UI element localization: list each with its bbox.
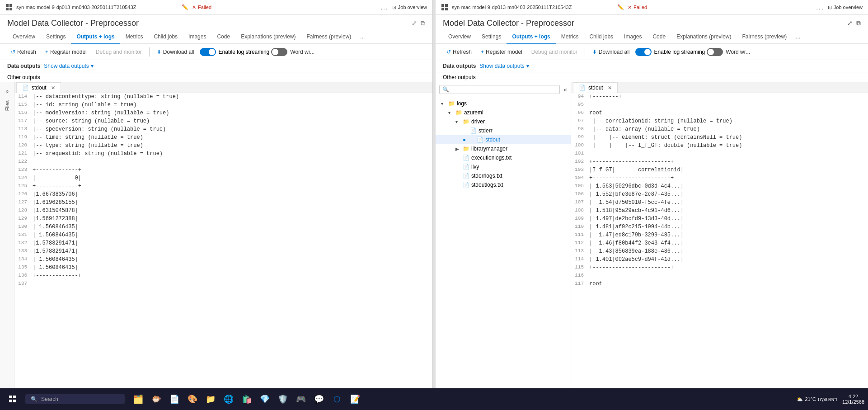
taskbar-app-notes[interactable]: 📝 [347,391,363,407]
left-tab-settings[interactable]: Settings [41,30,71,44]
right-download-label: Download all [599,49,630,55]
left-dots-menu[interactable]: ... [380,4,389,11]
right-dots-menu[interactable]: ... [816,4,824,11]
left-show-data-label: Show data outputs [44,63,89,69]
left-download-btn[interactable]: ⬇ Download all [153,47,198,57]
taskbar-app-folder[interactable]: 📁 [202,391,219,407]
table-row: 104+------------------------+ [571,174,868,183]
right-download-btn[interactable]: ⬇ Download all [589,47,633,57]
line-number: 96 [571,109,589,118]
list-item[interactable]: ▾📁driver [436,117,571,126]
taskbar-search[interactable]: 🔍 Search [25,394,125,404]
right-search-input[interactable] [449,87,557,92]
list-item[interactable]: ▾📁logs [436,99,571,108]
taskbar-app-browser[interactable]: 📄 [166,391,183,407]
right-tab-explanations[interactable]: Explanations (preview) [671,30,737,44]
left-log-streaming-toggle[interactable] [200,48,216,56]
list-item[interactable]: ▶📁librarymanager [436,144,571,153]
list-item[interactable]: 📄stderrlogs.txt [436,171,571,180]
right-expand-icon[interactable]: ⤢ [847,19,853,27]
left-debug-btn[interactable]: Debug and monitor [92,47,145,57]
left-register-model-btn[interactable]: + Register model [42,47,90,57]
left-file-tab-close[interactable]: ✕ [51,85,55,91]
line-number: 123 [14,166,33,174]
left-tab-images[interactable]: Images [183,30,211,44]
taskbar-app-edge[interactable]: 🌐 [221,391,237,407]
taskbar-app-color[interactable]: 🎨 [184,391,201,407]
left-tab-outputs-logs[interactable]: Outputs + logs [71,30,120,44]
left-tab-explanations[interactable]: Explanations (preview) [235,30,301,44]
left-tab-overview[interactable]: Overview [7,30,41,44]
right-collapse-btn[interactable]: « [563,86,567,93]
right-file-tab-close[interactable]: ✕ [608,85,612,91]
left-expand-icon[interactable]: ⤢ [412,19,417,27]
right-edit-icon[interactable]: ✏️ [617,4,624,10]
taskbar-files-icon: 🗂️ [133,394,143,404]
right-log-streaming-toggle[interactable] [635,48,652,56]
left-show-data-btn[interactable]: Show data outputs ▾ [44,63,93,69]
line-number: 114 [14,93,33,101]
taskbar-app-files[interactable]: 🗂️ [130,391,146,407]
left-tab-metrics[interactable]: Metrics [120,30,149,44]
taskbar-app-vscode[interactable]: ⬡ [329,391,345,407]
left-tab-child-jobs[interactable]: Child jobs [148,30,183,44]
taskbar-time: 4:22 [842,394,864,399]
start-button[interactable] [4,390,22,408]
left-word-wrap-toggle[interactable] [271,48,287,56]
line-content: +------------------------+ [589,264,868,272]
list-item[interactable]: 📄executionlogs.txt [436,153,571,162]
tree-item-label: azureml [464,109,483,116]
taskbar-app-social[interactable]: 💬 [311,391,327,407]
right-tab-more[interactable]: ... [792,30,804,43]
file-icon: 📄 [463,155,469,161]
line-content: |-- datacontenttype: string (nullable = … [33,93,432,101]
taskbar-app-steam[interactable]: 🎮 [293,391,309,407]
left-refresh-btn[interactable]: ↺ Refresh [7,47,40,57]
svg-rect-6 [441,8,444,10]
right-tab-metrics[interactable]: Metrics [556,30,584,44]
left-tab-more[interactable]: ... [357,30,368,43]
right-tab-images[interactable]: Images [619,30,647,44]
left-edit-icon[interactable]: ✏️ [182,4,188,10]
right-code-viewer[interactable]: 94+--------+9596root97 |-- correlationid… [571,93,868,388]
list-item[interactable]: 📄stderr [436,126,571,135]
list-item[interactable]: ●📄stdout [436,135,571,144]
left-window-icon[interactable]: ⧉ [421,19,425,27]
left-stdout-tab[interactable]: 📄 stdout ✕ [16,82,61,93]
right-tab-child-jobs[interactable]: Child jobs [584,30,619,44]
right-refresh-btn[interactable]: ↺ Refresh [443,47,475,57]
left-download-icon: ⬇ [157,49,161,55]
left-job-overview-btn[interactable]: ⊡ Job overview [392,5,427,10]
list-item[interactable]: 📄stdoutlogs.txt [436,180,571,189]
right-tab-code[interactable]: Code [647,30,671,44]
right-stdout-tab[interactable]: 📄 stdout ✕ [573,82,618,93]
left-files-label[interactable]: Files [5,100,10,111]
line-number: 132 [14,240,33,248]
left-download-label: Download all [163,49,194,55]
right-tab-settings[interactable]: Settings [476,30,507,44]
taskbar-app-fish[interactable]: 🐡 [148,391,164,407]
table-row: 110| 1.481|af92c215-1994-44b...| [571,223,868,231]
left-tab-fairness[interactable]: Fairness (preview) [301,30,357,44]
taskbar-app-gem[interactable]: 💎 [257,391,273,407]
right-tab-fairness[interactable]: Fairness (preview) [737,30,793,44]
taskbar-app-antivirus[interactable]: 🛡️ [275,391,291,407]
taskbar-search-placeholder: Search [41,396,58,402]
right-tab-overview[interactable]: Overview [443,30,476,44]
list-item[interactable]: 📄livy [436,162,571,171]
right-search-box[interactable]: 🔍 [439,85,560,94]
right-debug-btn[interactable]: Debug and monitor [528,47,581,57]
left-tab-code[interactable]: Code [211,30,235,44]
list-item[interactable]: ▾📁azureml [436,108,571,117]
right-job-overview-btn[interactable]: ⊡ Job overview [828,5,863,10]
right-file-tab-bar: 📄 stdout ✕ [571,82,868,93]
left-code-viewer[interactable]: 114|-- datacontenttype: string (nullable… [14,93,432,388]
right-register-model-btn[interactable]: + Register model [477,47,526,57]
right-window-icon[interactable]: ⧉ [856,19,861,27]
right-word-wrap-toggle[interactable] [707,48,723,56]
left-sidebar-expand[interactable]: » [2,86,13,97]
taskbar-app-store[interactable]: 🛍️ [239,391,255,407]
right-tab-outputs-logs[interactable]: Outputs + logs [507,30,555,44]
right-show-data-btn[interactable]: Show data outputs ▾ [479,63,529,69]
right-other-outputs: Other outputs [436,72,868,82]
